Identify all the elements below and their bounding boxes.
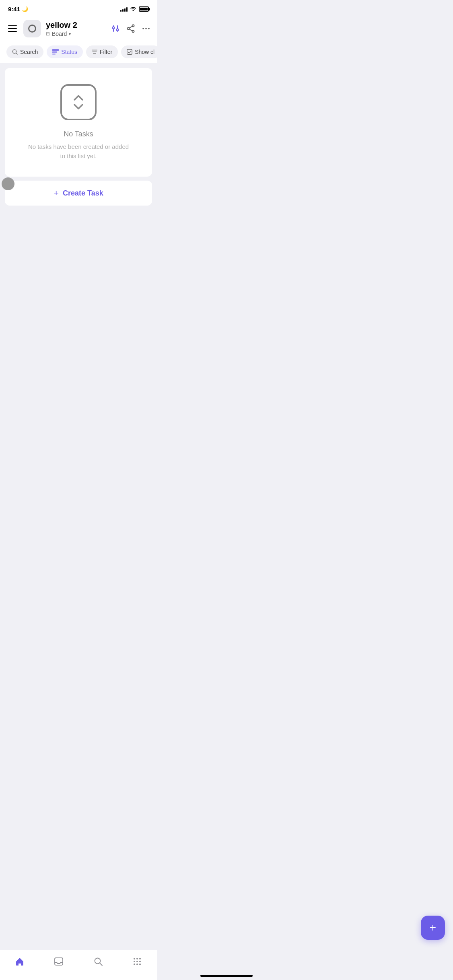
search-chip-label: Search bbox=[20, 49, 38, 55]
empty-state-description: No tasks have been created or added to t… bbox=[26, 142, 131, 161]
svg-point-11 bbox=[148, 28, 150, 29]
chevron-down-icon: ▾ bbox=[69, 32, 71, 36]
create-task-section: + Create Task bbox=[5, 181, 152, 206]
filter-chip[interactable]: Filter bbox=[86, 45, 118, 58]
status-chip[interactable]: Status bbox=[47, 45, 83, 58]
main-content: No Tasks No tasks have been created or a… bbox=[0, 63, 157, 210]
svg-line-7 bbox=[129, 26, 132, 28]
svg-point-2 bbox=[113, 27, 115, 29]
wifi-icon bbox=[130, 6, 136, 12]
page-title: yellow 2 bbox=[46, 20, 106, 30]
svg-line-13 bbox=[16, 53, 18, 55]
header-title-section: yellow 2 ⊟ Board ▾ bbox=[46, 20, 106, 37]
status-icons bbox=[120, 6, 149, 12]
empty-state-icon bbox=[60, 84, 97, 120]
menu-line bbox=[8, 31, 17, 32]
svg-point-3 bbox=[117, 29, 119, 31]
menu-line bbox=[8, 25, 17, 26]
svg-point-6 bbox=[128, 28, 130, 30]
board-icon: ⊟ bbox=[46, 31, 50, 37]
svg-point-9 bbox=[142, 28, 144, 29]
battery-icon bbox=[139, 6, 149, 12]
svg-line-8 bbox=[129, 29, 132, 31]
signal-icon bbox=[120, 7, 128, 12]
filter-settings-button[interactable] bbox=[111, 24, 120, 33]
svg-point-10 bbox=[145, 28, 147, 29]
menu-button[interactable] bbox=[6, 24, 19, 33]
menu-line bbox=[8, 28, 17, 29]
svg-point-5 bbox=[132, 31, 134, 33]
create-task-label: Create Task bbox=[63, 189, 103, 198]
app-icon bbox=[23, 20, 41, 37]
share-button[interactable] bbox=[126, 24, 135, 33]
filter-chip-label: Filter bbox=[100, 49, 112, 55]
filter-bar: Search Status Filter Show cl bbox=[0, 42, 157, 63]
empty-state-title: No Tasks bbox=[64, 130, 93, 138]
moon-icon: 🌙 bbox=[22, 6, 28, 12]
search-chip[interactable]: Search bbox=[6, 45, 43, 58]
board-label: Board bbox=[52, 31, 67, 37]
show-closed-chip-label: Show cl bbox=[135, 49, 154, 55]
status-bar: 9:41 🌙 bbox=[0, 0, 157, 16]
svg-point-4 bbox=[132, 25, 134, 27]
app-icon-inner bbox=[28, 25, 36, 33]
empty-state-card: No Tasks No tasks have been created or a… bbox=[5, 68, 152, 177]
status-chip-label: Status bbox=[61, 49, 77, 55]
svg-rect-14 bbox=[52, 49, 59, 51]
svg-rect-15 bbox=[52, 51, 57, 54]
status-dot bbox=[2, 177, 14, 190]
header: yellow 2 ⊟ Board ▾ bbox=[0, 16, 157, 42]
more-options-button[interactable] bbox=[142, 24, 150, 33]
header-subtitle[interactable]: ⊟ Board ▾ bbox=[46, 31, 106, 37]
show-closed-chip[interactable]: Show cl bbox=[121, 45, 157, 58]
header-actions bbox=[111, 24, 150, 33]
svg-rect-16 bbox=[52, 54, 56, 55]
create-task-button[interactable]: + Create Task bbox=[5, 181, 152, 206]
status-time: 9:41 🌙 bbox=[8, 6, 28, 12]
plus-icon: + bbox=[54, 188, 59, 198]
